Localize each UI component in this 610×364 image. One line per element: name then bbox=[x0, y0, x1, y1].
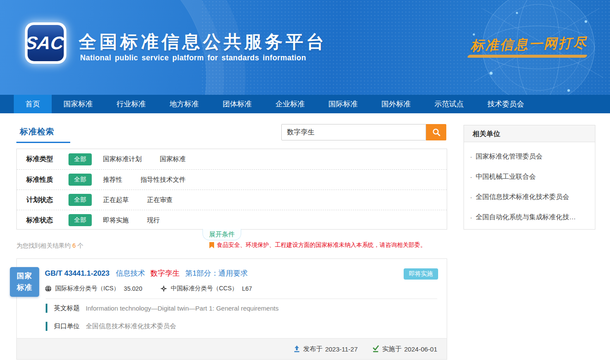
main-content: 标准检索 标准类型 全部 国家标准计划 国家标准 标准性质 全部 推荐性 指导性… bbox=[0, 113, 610, 364]
filter-panel: 标准类型 全部 国家标准计划 国家标准 标准性质 全部 推荐性 指导性技术文件 … bbox=[16, 149, 447, 230]
english-title-row: 英文标题 Information technology—Digital twin… bbox=[46, 304, 279, 313]
sidebar-item-label: 全国自动化系统与集成标准化技… bbox=[476, 213, 576, 222]
publish-date-item: 发布于 2023-11-27 bbox=[293, 345, 358, 353]
globe-icon bbox=[45, 285, 52, 292]
search-input[interactable] bbox=[281, 124, 426, 140]
filter-all-button[interactable]: 全部 bbox=[68, 214, 92, 226]
status-badge: 即将实施 bbox=[404, 268, 438, 280]
page-header: SAC 全国标准信息公共服务平台 National public service… bbox=[0, 0, 610, 95]
compass-icon bbox=[160, 285, 167, 292]
sac-logo-inner: SAC bbox=[28, 25, 64, 61]
bookmark-icon bbox=[209, 242, 214, 249]
filter-option[interactable]: 正在起草 bbox=[103, 196, 129, 204]
filter-label: 标准状态 bbox=[26, 216, 68, 225]
implement-check-icon bbox=[372, 345, 379, 352]
bullet: · bbox=[470, 193, 472, 201]
bullet: · bbox=[470, 173, 472, 181]
sidebar-item-label: 国家标准化管理委员会 bbox=[476, 152, 542, 161]
filter-option[interactable]: 国家标准计划 bbox=[103, 155, 142, 163]
standard-title-part2: 第1部分：通用要求 bbox=[185, 269, 248, 277]
summary-count: 6 bbox=[72, 242, 76, 249]
publish-icon bbox=[293, 345, 300, 352]
sidebar-item-automation-systems[interactable]: · 全国自动化系统与集成标准化技… bbox=[470, 207, 595, 227]
filter-option[interactable]: 推荐性 bbox=[103, 176, 122, 184]
dept-value: 全国信息技术标准化技术委员会 bbox=[86, 322, 176, 330]
nav-tab-foreign-standards[interactable]: 国外标准 bbox=[370, 95, 423, 113]
standard-title-link[interactable]: GB/T 43441.1-2023 信息技术 数字孪生 第1部分：通用要求 bbox=[45, 268, 248, 278]
filter-option[interactable]: 即将实施 bbox=[103, 216, 129, 224]
teal-bar-decor bbox=[46, 304, 47, 313]
implement-date-item: 实施于 2024-06-01 bbox=[372, 345, 437, 353]
related-units-title: 相关单位 bbox=[464, 125, 595, 142]
bullet: · bbox=[470, 214, 472, 221]
section-title: 标准检索 bbox=[20, 126, 54, 137]
nav-tab-national-standards[interactable]: 国家标准 bbox=[52, 95, 105, 113]
dept-label: 归口单位 bbox=[54, 322, 80, 330]
site-subtitle: National public service platform for sta… bbox=[80, 53, 306, 62]
standard-code: GB/T 43441.1-2023 bbox=[45, 269, 109, 277]
nav-tab-pilot[interactable]: 示范试点 bbox=[423, 95, 476, 113]
sidebar-item-sac[interactable]: · 国家标准化管理委员会 bbox=[470, 146, 595, 167]
filter-option[interactable]: 国家标准 bbox=[160, 155, 186, 163]
section-title-underline bbox=[16, 142, 70, 143]
sidebar-item-label: 全国信息技术标准化技术委员会 bbox=[476, 193, 569, 202]
result-summary: 为您找到相关结果约6个 bbox=[16, 242, 84, 250]
filter-all-button[interactable]: 全部 bbox=[68, 174, 92, 186]
search-icon bbox=[432, 128, 441, 137]
card-divider bbox=[46, 299, 437, 299]
expand-conditions-button[interactable]: 展开条件 bbox=[202, 229, 241, 240]
implement-label: 实施于 bbox=[382, 345, 401, 353]
filter-label: 标准性质 bbox=[26, 175, 68, 184]
ccs-label: 中国标准分类号（CCS） bbox=[171, 285, 238, 292]
filter-option[interactable]: 正在审查 bbox=[147, 196, 173, 204]
standard-title-part1: 信息技术 bbox=[116, 269, 145, 277]
slogan-underline-decor bbox=[467, 55, 588, 58]
related-units-panel: 相关单位 · 国家标准化管理委员会 · 中国机械工业联合会 · 全国信息技术标准… bbox=[464, 125, 595, 230]
filter-all-button[interactable]: 全部 bbox=[68, 194, 92, 206]
publish-label: 发布于 bbox=[303, 345, 323, 353]
result-card: 国家 标准 GB/T 43441.1-2023 信息技术 数字孪生 第1部分：通… bbox=[16, 258, 447, 360]
filter-row-standard-nature: 标准性质 全部 推荐性 指导性技术文件 bbox=[17, 169, 447, 190]
nav-tab-technical-committee[interactable]: 技术委员会 bbox=[476, 95, 536, 113]
nav-tab-industry-standards[interactable]: 行业标准 bbox=[105, 95, 158, 113]
summary-prefix: 为您找到相关结果约 bbox=[16, 242, 71, 249]
nav-tab-international-standards[interactable]: 国际标准 bbox=[317, 95, 370, 113]
bullet: · bbox=[470, 153, 472, 161]
filter-label: 计划状态 bbox=[26, 196, 68, 205]
publish-date: 2023-11-27 bbox=[325, 345, 358, 353]
sidebar-item-it-standardization[interactable]: · 全国信息技术标准化技术委员会 bbox=[470, 187, 595, 207]
system-notice: 食品安全、环境保护、工程建设方面的国家标准未纳入本系统，请咨询相关部委。 bbox=[209, 241, 426, 249]
site-title: 全国标准信息公共服务平台 bbox=[79, 30, 327, 54]
implement-date: 2024-06-01 bbox=[404, 345, 437, 353]
filter-option[interactable]: 现行 bbox=[147, 216, 160, 224]
classification-row: 国际标准分类号（ICS） 35.020 中国标准分类号（CCS） L67 bbox=[45, 285, 252, 292]
sac-logo: SAC bbox=[25, 22, 66, 64]
nav-tab-group-standards[interactable]: 团体标准 bbox=[211, 95, 264, 113]
sac-logo-text: SAC bbox=[24, 33, 67, 53]
main-nav: 首页 国家标准 行业标准 地方标准 团体标准 企业标准 国际标准 国外标准 示范… bbox=[0, 95, 610, 113]
nav-tab-home[interactable]: 首页 bbox=[14, 95, 52, 113]
badge-line1: 国家 bbox=[17, 271, 32, 282]
dept-row: 归口单位 全国信息技术标准化技术委员会 bbox=[46, 322, 176, 331]
sidebar-item-machinery-federation[interactable]: · 中国机械工业联合会 bbox=[470, 167, 595, 187]
nav-tab-enterprise-standards[interactable]: 企业标准 bbox=[264, 95, 317, 113]
filter-option[interactable]: 指导性技术文件 bbox=[140, 176, 186, 184]
national-standard-badge: 国家 标准 bbox=[10, 267, 39, 297]
filter-row-standard-type: 标准类型 全部 国家标准计划 国家标准 bbox=[17, 149, 447, 169]
card-footer: 发布于 2023-11-27 实施于 2024-06-01 bbox=[17, 338, 447, 359]
ics-label: 国际标准分类号（ICS） bbox=[55, 285, 119, 292]
teal-bar-decor bbox=[46, 322, 47, 331]
english-title-value: Information technology—Digital twin—Part… bbox=[86, 305, 279, 312]
summary-suffix: 个 bbox=[78, 242, 84, 249]
filter-row-plan-status: 计划状态 全部 正在起草 正在审查 bbox=[17, 190, 447, 210]
filter-label: 标准类型 bbox=[26, 155, 68, 164]
search-button[interactable] bbox=[426, 124, 446, 140]
english-title-label: 英文标题 bbox=[54, 304, 80, 312]
ics-value: 35.020 bbox=[124, 285, 142, 292]
standard-title-highlight: 数字孪生 bbox=[150, 269, 180, 277]
notice-text: 食品安全、环境保护、工程建设方面的国家标准未纳入本系统，请咨询相关部委。 bbox=[217, 241, 426, 249]
filter-all-button[interactable]: 全部 bbox=[68, 153, 92, 165]
nav-tab-local-standards[interactable]: 地方标准 bbox=[158, 95, 211, 113]
header-slogan: 标准信息一网打尽 bbox=[470, 34, 588, 55]
badge-line2: 标准 bbox=[17, 282, 32, 293]
